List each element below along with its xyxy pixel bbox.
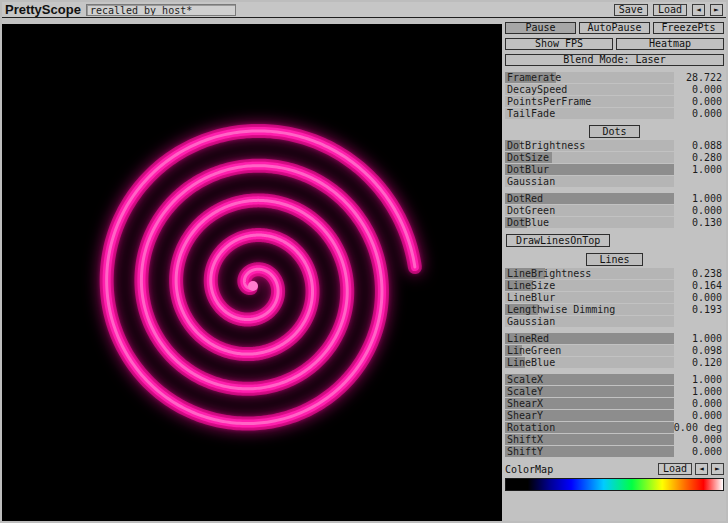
slider-value: 0.098 xyxy=(692,345,722,356)
slider-label: Gaussian xyxy=(507,316,555,327)
show-fps-button[interactable]: Show FPS xyxy=(505,38,613,50)
slider-row[interactable]: Framerate28.722 xyxy=(505,72,724,83)
slider-label: Lengthwise Dimming xyxy=(507,304,615,315)
slider-row[interactable]: ScaleX1.000 xyxy=(505,374,724,385)
slider-value: 0.000 xyxy=(692,84,722,95)
host-status-field[interactable]: recalled by host* xyxy=(86,4,236,16)
heatmap-button[interactable]: Heatmap xyxy=(616,38,724,50)
slider-row[interactable]: LineRed1.000 xyxy=(505,333,724,344)
colormap-load-button[interactable]: Load xyxy=(658,463,692,475)
slider-label: DotSize xyxy=(507,152,549,163)
playback-button-row: Pause AutoPause FreezePts xyxy=(505,22,724,34)
slider-row[interactable]: ShearY0.000 xyxy=(505,410,724,421)
slider-value: 0.000 xyxy=(692,410,722,421)
colormap-next-button[interactable]: ► xyxy=(711,463,724,475)
slider-group: DotRed1.000DotGreen0.000DotBlue0.130 xyxy=(505,193,724,228)
slider-value: 1.000 xyxy=(692,193,722,204)
group-header-button[interactable]: Dots xyxy=(589,125,639,138)
slider-value: 0.000 xyxy=(692,205,722,216)
control-panel: Pause AutoPause FreezePts Show FPS Heatm… xyxy=(502,18,726,521)
slider-label: ShiftY xyxy=(507,446,543,457)
slider-label: DotBlur xyxy=(507,164,549,175)
slider-value: 0.238 xyxy=(692,268,722,279)
slider-row[interactable]: DotBlur1.000 xyxy=(505,164,724,175)
main-area: Pause AutoPause FreezePts Show FPS Heatm… xyxy=(2,18,726,521)
save-button[interactable]: Save xyxy=(614,4,648,16)
blend-mode-button[interactable]: Blend Mode: Laser xyxy=(505,54,724,66)
slider-row[interactable]: PointsPerFrame0.000 xyxy=(505,96,724,107)
slider-label: ScaleX xyxy=(507,374,543,385)
slider-row[interactable]: LineBlur0.000 xyxy=(505,292,724,303)
prettyscope-window: PrettyScope recalled by host* Save Load … xyxy=(0,0,728,523)
toggle-row[interactable]: Gaussian xyxy=(505,176,724,187)
slider-label: LineSize xyxy=(507,280,555,291)
slider-group: DotsDotBrightness0.088DotSize0.280DotBlu… xyxy=(505,125,724,187)
slider-row[interactable]: DotRed1.000 xyxy=(505,193,724,204)
slider-row[interactable]: ShearX0.000 xyxy=(505,398,724,409)
slider-label: DecaySpeed xyxy=(507,84,567,95)
slider-row[interactable]: Lengthwise Dimming0.193 xyxy=(505,304,724,315)
slider-value: 0.000 xyxy=(692,446,722,457)
slider-label: Framerate xyxy=(507,72,561,83)
preset-next-button[interactable]: ► xyxy=(710,4,723,16)
pause-button[interactable]: Pause xyxy=(505,22,576,34)
slider-label: LineGreen xyxy=(507,345,561,356)
slider-group: LinesLineBrightness0.238LineSize0.164Lin… xyxy=(505,253,724,327)
slider-row[interactable]: DotBrightness0.088 xyxy=(505,140,724,151)
slider-row[interactable]: DotGreen0.000 xyxy=(505,205,724,216)
slider-group: LineRed1.000LineGreen0.098LineBlue0.120 xyxy=(505,333,724,368)
autopause-button[interactable]: AutoPause xyxy=(579,22,650,34)
slider-label: ShiftX xyxy=(507,434,543,445)
slider-value: 0.280 xyxy=(692,152,722,163)
slider-label: ShearY xyxy=(507,410,543,421)
slider-value: 0.088 xyxy=(692,140,722,151)
slider-value: 0.00 deg xyxy=(674,422,722,433)
draw-lines-on-top-button[interactable]: DrawLinesOnTop xyxy=(506,234,610,247)
slider-value: 0.193 xyxy=(692,304,722,315)
slider-value: 0.000 xyxy=(692,96,722,107)
slider-row[interactable]: LineGreen0.098 xyxy=(505,345,724,356)
toggle-row[interactable]: Gaussian xyxy=(505,316,724,327)
slider-row[interactable]: DotBlue0.130 xyxy=(505,217,724,228)
slider-row[interactable]: DecaySpeed0.000 xyxy=(505,84,724,95)
slider-label: DotBrightness xyxy=(507,140,585,151)
slider-group: DrawLinesOnTop xyxy=(505,234,724,247)
slider-label: LineBrightness xyxy=(507,268,591,279)
slider-group: ScaleX1.000ScaleY1.000ShearX0.000ShearY0… xyxy=(505,374,724,457)
slider-value: 0.130 xyxy=(692,217,722,228)
preset-prev-button[interactable]: ◄ xyxy=(692,4,705,16)
slider-label: PointsPerFrame xyxy=(507,96,591,107)
slider-label: LineBlue xyxy=(507,357,555,368)
slider-value: 0.000 xyxy=(692,292,722,303)
titlebar: PrettyScope recalled by host* Save Load … xyxy=(2,2,726,18)
slider-value: 0.164 xyxy=(692,280,722,291)
slider-value: 28.722 xyxy=(686,72,722,83)
load-button[interactable]: Load xyxy=(653,4,687,16)
slider-label: DotGreen xyxy=(507,205,555,216)
colormap-gradient xyxy=(505,478,724,491)
slider-value: 0.000 xyxy=(692,434,722,445)
slider-label: ScaleY xyxy=(507,386,543,397)
slider-label: TailFade xyxy=(507,108,555,119)
colormap-row: ColorMap Load ◄ ► xyxy=(505,463,724,475)
slider-row[interactable]: Rotation0.00 deg xyxy=(505,422,724,433)
slider-row[interactable]: ShiftY0.000 xyxy=(505,446,724,457)
slider-value: 1.000 xyxy=(692,386,722,397)
slider-row[interactable]: LineSize0.164 xyxy=(505,280,724,291)
display-button-row: Show FPS Heatmap xyxy=(505,38,724,50)
slider-row[interactable]: LineBrightness0.238 xyxy=(505,268,724,279)
freezepts-button[interactable]: FreezePts xyxy=(653,22,724,34)
slider-value: 1.000 xyxy=(692,333,722,344)
slider-row[interactable]: LineBlue0.120 xyxy=(505,357,724,368)
slider-row[interactable]: ShiftX0.000 xyxy=(505,434,724,445)
slider-label: ShearX xyxy=(507,398,543,409)
slider-row[interactable]: TailFade0.000 xyxy=(505,108,724,119)
slider-label: LineRed xyxy=(507,333,549,344)
slider-row[interactable]: DotSize0.280 xyxy=(505,152,724,163)
slider-row[interactable]: ScaleY1.000 xyxy=(505,386,724,397)
colormap-label: ColorMap xyxy=(505,464,553,475)
colormap-prev-button[interactable]: ◄ xyxy=(695,463,708,475)
slider-value: 1.000 xyxy=(692,164,722,175)
group-header-button[interactable]: Lines xyxy=(586,253,642,266)
app-title: PrettyScope xyxy=(5,2,81,17)
